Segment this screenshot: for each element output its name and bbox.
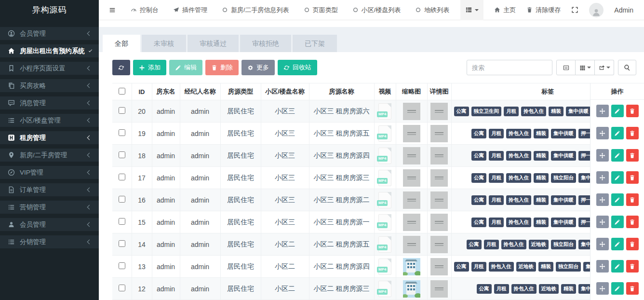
detail-image-placeholder[interactable] [430,236,448,253]
edit-row-button[interactable] [611,282,624,295]
delete-row-button[interactable] [626,127,639,139]
delete-row-button[interactable] [626,282,639,295]
move-button[interactable] [596,127,609,139]
nav-item-5[interactable]: 地铁列表 [415,6,449,14]
move-button[interactable] [596,238,609,250]
delete-row-button[interactable] [626,216,639,228]
move-button[interactable] [596,105,609,117]
sidebar-item-5[interactable]: 小区/楼盘管理 [0,114,99,127]
sidebar-item-9[interactable]: 订单管理 [0,183,99,196]
detail-image-placeholder[interactable] [430,214,448,231]
delete-row-button[interactable] [626,193,639,206]
tab-1[interactable]: 未审核 [142,35,186,52]
sidebar-item-12[interactable]: 分销管理 [0,235,99,248]
avatar[interactable] [589,3,604,17]
move-button[interactable] [596,193,609,206]
sidebar-item-8[interactable]: VIP管理 [0,166,99,179]
column-header[interactable]: 缩略图 [396,83,427,100]
nav-item-2[interactable]: 新房/二手房信息列表 [222,6,289,14]
thumbnail-placeholder[interactable] [403,125,420,142]
row-checkbox[interactable] [119,129,125,136]
detail-image-placeholder[interactable] [430,280,448,298]
video-file-icon[interactable]: MP4 [378,259,391,275]
export-button[interactable] [595,60,614,75]
tab-2[interactable]: 审核通过 [188,35,239,52]
delete-row-button[interactable] [626,171,639,184]
sidebar-item-4[interactable]: 消息管理 [0,96,99,109]
video-file-icon[interactable]: MP4 [378,281,391,297]
delete-row-button[interactable] [626,260,639,273]
tab-4[interactable]: 已下架 [293,35,337,52]
select-all-checkbox[interactable] [119,88,125,95]
row-checkbox[interactable] [119,285,125,291]
column-header[interactable]: 房东名 [152,83,180,100]
video-file-icon[interactable]: MP4 [378,192,391,208]
fullscreen-icon[interactable] [571,6,578,14]
thumbnail-image[interactable] [403,258,420,275]
sidebar-item-2[interactable]: 小程序页面设置 [0,62,99,75]
row-checkbox[interactable] [119,240,125,247]
clear-cache-link[interactable]: 清除缓存 [526,6,561,14]
more-button[interactable]: 更多 [242,60,275,75]
video-file-icon[interactable]: MP4 [378,103,391,120]
nav-item-3[interactable]: 页面类型 [304,6,338,14]
detail-image-placeholder[interactable] [430,191,448,209]
column-header[interactable]: 视频 [374,83,396,100]
column-header[interactable]: 小区/楼盘名称 [261,83,309,100]
column-header[interactable]: 经纪人名称 [180,83,220,100]
edit-row-button[interactable] [611,171,624,184]
tab-0[interactable]: 全部 [103,35,140,52]
nav-dropdown-toggle[interactable] [460,0,483,20]
edit-row-button[interactable] [611,105,624,117]
sidebar-item-0[interactable]: 会员管理 [0,27,99,40]
detail-image-placeholder[interactable] [430,147,448,164]
column-header[interactable]: 详情图 [427,83,451,100]
delete-row-button[interactable] [626,238,639,250]
detail-image-placeholder[interactable] [430,103,448,120]
column-header[interactable]: 房源名称 [309,83,374,100]
thumbnail-placeholder[interactable] [403,191,420,209]
edit-row-button[interactable] [611,216,624,228]
nav-item-4[interactable]: 小区/楼盘列表 [352,6,401,14]
add-button[interactable]: 添加 [133,60,166,75]
sidebar-item-11[interactable]: 会员管理 [0,218,99,231]
edit-row-button[interactable] [611,193,624,206]
move-button[interactable] [596,260,609,273]
row-checkbox[interactable] [119,218,125,225]
edit-row-button[interactable] [611,238,624,250]
tab-3[interactable]: 审核拒绝 [240,35,291,52]
sidebar-item-7[interactable]: 新房/二手房管理 [0,149,99,162]
edit-row-button[interactable] [611,149,624,162]
detail-view-button[interactable] [556,60,576,75]
edit-row-button[interactable] [611,127,624,139]
row-checkbox[interactable] [119,174,125,180]
edit-button[interactable]: 编辑 [169,60,202,75]
sidebar-item-1[interactable]: 房屋出租出售预约系统 [0,44,99,57]
thumbnail-placeholder[interactable] [403,214,420,231]
move-button[interactable] [596,216,609,228]
recycle-bin-button[interactable]: 回收站 [278,60,317,75]
move-button[interactable] [596,149,609,162]
detail-image-placeholder[interactable] [430,125,448,142]
row-checkbox[interactable] [119,262,125,269]
thumbnail-placeholder[interactable] [403,169,420,187]
sidebar-item-10[interactable]: 营销管理 [0,201,99,214]
row-checkbox[interactable] [119,151,125,158]
column-header[interactable]: ID [132,83,152,100]
video-file-icon[interactable]: MP4 [378,148,391,164]
search-button[interactable] [618,60,636,75]
sidebar-item-3[interactable]: 买房攻略 [0,79,99,92]
thumbnail-placeholder[interactable] [403,147,420,164]
video-file-icon[interactable]: MP4 [378,170,391,186]
username[interactable]: Admin [614,6,633,14]
home-link[interactable]: 主页 [494,6,516,14]
nav-item-1[interactable]: 插件管理 [173,6,207,14]
sidebar-toggle[interactable] [108,7,116,14]
row-checkbox[interactable] [119,107,125,114]
video-file-icon[interactable]: MP4 [378,236,391,253]
video-file-icon[interactable]: MP4 [378,125,391,142]
column-header[interactable]: 房源类型 [220,83,261,100]
refresh-button[interactable] [112,60,130,75]
search-input[interactable] [467,60,552,75]
move-button[interactable] [596,282,609,295]
